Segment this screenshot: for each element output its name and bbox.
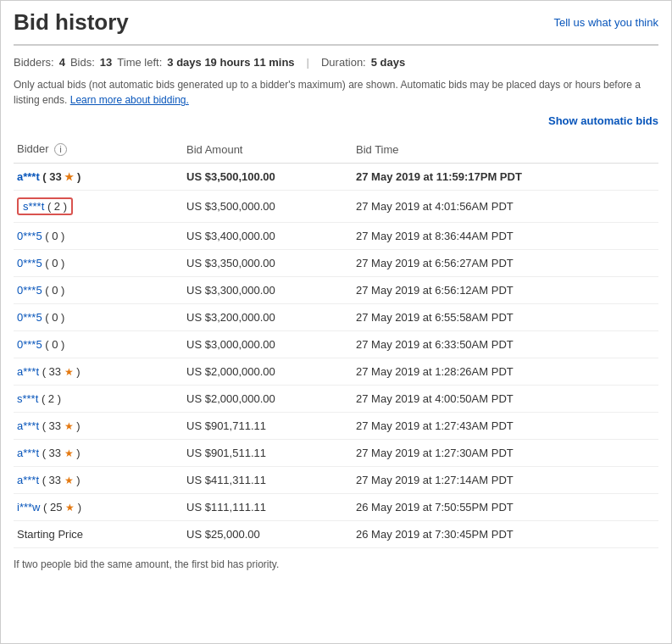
bidder-link[interactable]: s***t [17, 392, 38, 405]
time-left-value: 3 days 19 hours 11 mins [167, 56, 294, 69]
duration-value: 5 days [371, 56, 405, 69]
bidder-rating: ( 2 ) [44, 200, 67, 213]
time-cell: 26 May 2019 at 7:30:45PM PDT [353, 521, 658, 548]
bid-table: Bidder i Bid Amount Bid Time a***t ( 33 … [14, 136, 658, 548]
table-row: 0***5 ( 0 )US $3,350,000.0027 May 2019 a… [14, 250, 658, 277]
bidder-link[interactable]: s***t [23, 200, 44, 213]
bidders-label: Bidders: [14, 56, 54, 69]
table-row: 0***5 ( 0 )US $3,300,000.0027 May 2019 a… [14, 277, 658, 304]
amount-cell: US $411,311.11 [183, 467, 353, 494]
feedback-link[interactable]: Tell us what you think [553, 16, 658, 29]
time-cell: 27 May 2019 at 8:36:44AM PDT [353, 223, 658, 250]
bidder-link[interactable]: 0***5 [17, 311, 42, 324]
time-cell: 27 May 2019 at 1:27:14AM PDT [353, 467, 658, 494]
amount-cell: US $2,000,000.00 [183, 386, 353, 413]
page-wrapper: Bid history Tell us what you think Bidde… [0, 0, 672, 644]
table-row: 0***5 ( 0 )US $3,400,000.0027 May 2019 a… [14, 223, 658, 250]
amount-cell: US $901,511.11 [183, 440, 353, 467]
show-automatic-bids-link[interactable]: Show automatic bids [14, 114, 658, 127]
bids-label: Bids: [70, 56, 95, 69]
table-row: a***t ( 33 ★ )US $901,711.1127 May 2019 … [14, 413, 658, 440]
time-cell: 27 May 2019 at 1:27:30AM PDT [353, 440, 658, 467]
duration-label: Duration: [321, 56, 366, 69]
time-cell: 26 May 2019 at 7:50:55PM PDT [353, 494, 658, 521]
bidder-link[interactable]: i***w [17, 501, 40, 514]
star-icon: ★ [64, 420, 74, 432]
amount-cell: US $3,200,000.00 [183, 304, 353, 331]
table-row: s***t ( 2 )US $2,000,000.0027 May 2019 a… [14, 386, 658, 413]
page-title: Bid history [14, 9, 129, 36]
bidder-info-icon[interactable]: i [54, 143, 67, 156]
stats-divider: | [307, 56, 309, 69]
amount-cell: US $3,300,000.00 [183, 277, 353, 304]
bids-value: 13 [100, 56, 112, 69]
time-cell: 27 May 2019 at 6:56:12AM PDT [353, 277, 658, 304]
footer-note: If two people bid the same amount, the f… [14, 558, 658, 570]
bidder-cell: Starting Price [14, 521, 183, 548]
table-row: Starting PriceUS $25,000.0026 May 2019 a… [14, 521, 658, 548]
star-icon: ★ [64, 447, 74, 459]
time-left-label: Time left: [117, 56, 162, 69]
star-icon: ★ [65, 502, 75, 514]
starting-price-label: Starting Price [17, 528, 83, 541]
header: Bid history Tell us what you think [14, 9, 658, 46]
amount-cell: US $3,500,100.00 [183, 164, 353, 191]
time-cell: 27 May 2019 at 6:56:27AM PDT [353, 250, 658, 277]
table-row: a***t ( 33 ★ )US $411,311.1127 May 2019 … [14, 467, 658, 494]
highlighted-bidder: s***t ( 2 ) [17, 197, 73, 215]
table-header-row: Bidder i Bid Amount Bid Time [14, 136, 658, 164]
table-row: i***w ( 25 ★ )US $111,111.1126 May 2019 … [14, 494, 658, 521]
star-icon: ★ [64, 366, 74, 378]
notice-text: Only actual bids (not automatic bids gen… [14, 77, 658, 108]
time-cell: 27 May 2019 at 11:59:17PM PDT [353, 164, 658, 191]
amount-cell: US $25,000.00 [183, 521, 353, 548]
time-cell: 27 May 2019 at 6:33:50AM PDT [353, 331, 658, 358]
learn-more-link[interactable]: Learn more about bidding. [70, 94, 189, 106]
bidder-cell: 0***5 ( 0 ) [14, 331, 183, 358]
amount-cell: US $3,400,000.00 [183, 223, 353, 250]
bidder-link[interactable]: a***t [17, 365, 39, 378]
time-cell: 27 May 2019 at 6:55:58AM PDT [353, 304, 658, 331]
table-row: a***t ( 33 ★ )US $2,000,000.0027 May 201… [14, 358, 658, 386]
bidder-link[interactable]: a***t [17, 170, 40, 183]
time-cell: 27 May 2019 at 4:01:56AM PDT [353, 191, 658, 223]
amount-cell: US $901,711.11 [183, 413, 353, 440]
table-row: s***t ( 2 )US $3,500,000.0027 May 2019 a… [14, 191, 658, 223]
col-header-bidder: Bidder i [14, 136, 183, 164]
bidder-cell: a***t ( 33 ★ ) [14, 413, 183, 440]
bidder-cell: s***t ( 2 ) [14, 191, 183, 223]
star-icon: ★ [64, 171, 74, 183]
time-cell: 27 May 2019 at 1:27:43AM PDT [353, 413, 658, 440]
bidder-link[interactable]: 0***5 [17, 257, 42, 269]
bidders-value: 4 [59, 56, 65, 69]
col-header-time: Bid Time [353, 136, 658, 164]
time-cell: 27 May 2019 at 1:28:26AM PDT [353, 358, 658, 386]
bidder-cell: a***t ( 33 ★ ) [14, 440, 183, 467]
bidder-cell: 0***5 ( 0 ) [14, 304, 183, 331]
table-row: a***t ( 33 ★ )US $901,511.1127 May 2019 … [14, 440, 658, 467]
star-icon: ★ [64, 475, 74, 486]
bidder-cell: i***w ( 25 ★ ) [14, 494, 183, 521]
bidder-cell: a***t ( 33 ★ ) [14, 164, 183, 191]
bidder-link[interactable]: a***t [17, 474, 39, 486]
table-row: 0***5 ( 0 )US $3,200,000.0027 May 2019 a… [14, 304, 658, 331]
amount-cell: US $2,000,000.00 [183, 358, 353, 386]
amount-cell: US $3,000,000.00 [183, 331, 353, 358]
bidder-cell: a***t ( 33 ★ ) [14, 358, 183, 386]
table-row: 0***5 ( 0 )US $3,000,000.0027 May 2019 a… [14, 331, 658, 358]
bidder-link[interactable]: 0***5 [17, 284, 42, 297]
bidder-cell: 0***5 ( 0 ) [14, 277, 183, 304]
bidder-cell: 0***5 ( 0 ) [14, 250, 183, 277]
bidder-link[interactable]: 0***5 [17, 338, 42, 351]
bidder-link[interactable]: 0***5 [17, 230, 42, 242]
col-header-amount: Bid Amount [183, 136, 353, 164]
amount-cell: US $3,500,000.00 [183, 191, 353, 223]
bidder-cell: 0***5 ( 0 ) [14, 223, 183, 250]
table-row: a***t ( 33 ★ )US $3,500,100.0027 May 201… [14, 164, 658, 191]
bidder-cell: s***t ( 2 ) [14, 386, 183, 413]
amount-cell: US $111,111.11 [183, 494, 353, 521]
bidder-link[interactable]: a***t [17, 447, 39, 459]
bidder-cell: a***t ( 33 ★ ) [14, 467, 183, 494]
amount-cell: US $3,350,000.00 [183, 250, 353, 277]
bidder-link[interactable]: a***t [17, 419, 39, 432]
